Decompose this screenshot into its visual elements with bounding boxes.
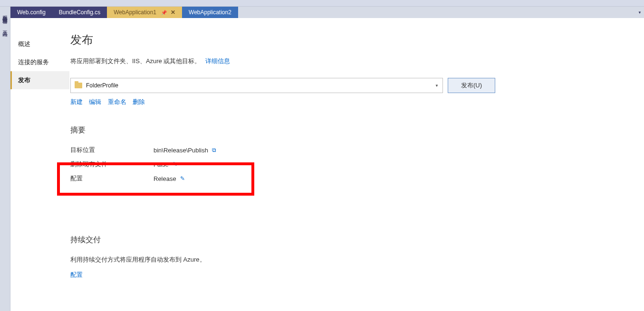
delete-existing-value: False xyxy=(154,161,169,168)
summary-value-config: Release ✎ xyxy=(154,174,270,183)
sidebar-item-publish[interactable]: 发布 xyxy=(10,71,69,89)
profile-action-edit[interactable]: 编辑 xyxy=(89,98,101,105)
page-title: 发布 xyxy=(70,32,630,47)
summary-label-target: 目标位置 xyxy=(70,146,154,154)
cd-description: 利用持续交付方式将应用程序自动发布到 Azure。 xyxy=(70,255,630,264)
tab-label: WebApplication2 xyxy=(189,9,231,16)
document-tab-strip: Web.config BundleConfig.cs WebApplicatio… xyxy=(10,7,644,18)
sidebar-item-connected-services[interactable]: 连接的服务 xyxy=(10,53,69,71)
profile-action-new[interactable]: 新建 xyxy=(70,98,83,105)
cd-heading: 持续交付 xyxy=(70,235,630,245)
folder-icon xyxy=(75,83,82,88)
profile-action-delete[interactable]: 删除 xyxy=(133,98,145,105)
profile-selected-name: FolderProfile xyxy=(86,82,118,89)
tab-label: Web.config xyxy=(17,9,46,16)
target-location-value: bin\Release\Publish xyxy=(154,147,208,154)
config-value: Release xyxy=(154,175,176,182)
titlebar-placeholder xyxy=(0,0,644,7)
profile-action-rename[interactable]: 重命名 xyxy=(108,98,126,105)
summary-label-config: 配置 xyxy=(70,174,154,183)
publish-page: 概述 连接的服务 发布 发布 将应用部署到文件夹、IIS、Azure 或其他目标… xyxy=(10,18,644,311)
pencil-icon[interactable]: ✎ xyxy=(180,175,185,182)
cd-configure-link[interactable]: 配置 xyxy=(70,271,83,278)
vertical-tab-server-explorer[interactable]: 服务器资源管理器 xyxy=(1,9,9,17)
tab-strip-spacer xyxy=(238,7,635,18)
summary-value-target: bin\Release\Publish ⧉ xyxy=(154,146,270,154)
summary-grid: 目标位置 bin\Release\Publish ⧉ 删除现有文件 False … xyxy=(70,146,270,183)
page-subtitle: 将应用部署到文件夹、IIS、Azure 或其他目标。 详细信息 xyxy=(70,57,630,66)
subtitle-text: 将应用部署到文件夹、IIS、Azure 或其他目标。 xyxy=(70,57,201,65)
publish-button[interactable]: 发布(U) xyxy=(448,78,495,93)
tab-web-config[interactable]: Web.config xyxy=(10,7,52,18)
copy-icon[interactable]: ⧉ xyxy=(212,147,216,153)
chevron-down-icon: ▼ xyxy=(435,84,439,88)
vertical-tab-toolbox[interactable]: 工具箱 xyxy=(1,25,9,30)
tab-webapplication1[interactable]: WebApplication1 📌 ✕ xyxy=(107,7,182,18)
tab-label: BundleConfig.cs xyxy=(59,9,100,16)
left-tool-rail: 服务器资源管理器 工具箱 xyxy=(0,7,10,311)
profile-actions: 新建 编辑 重命名 删除 xyxy=(70,98,630,106)
pencil-icon[interactable]: ✎ xyxy=(173,161,177,168)
publish-sidebar: 概述 连接的服务 发布 xyxy=(10,18,69,311)
publish-main: 发布 将应用部署到文件夹、IIS、Azure 或其他目标。 详细信息 Folde… xyxy=(69,18,644,311)
profile-dropdown[interactable]: FolderProfile ▼ xyxy=(70,78,443,93)
summary-label-delete-existing: 删除现有文件 xyxy=(70,160,154,169)
summary-value-delete-existing: False ✎ xyxy=(154,160,270,169)
tab-overflow-button[interactable]: ▼ xyxy=(635,7,644,18)
sidebar-item-overview[interactable]: 概述 xyxy=(10,35,69,53)
details-link[interactable]: 详细信息 xyxy=(205,57,230,65)
tab-label: WebApplication1 xyxy=(114,9,156,16)
tab-bundleconfig[interactable]: BundleConfig.cs xyxy=(52,7,107,18)
summary-heading: 摘要 xyxy=(70,125,630,135)
tab-webapplication2[interactable]: WebApplication2 xyxy=(182,7,238,18)
pin-icon[interactable]: 📌 xyxy=(161,10,167,15)
profile-row: FolderProfile ▼ 发布(U) xyxy=(70,78,630,93)
close-icon[interactable]: ✕ xyxy=(171,9,175,16)
